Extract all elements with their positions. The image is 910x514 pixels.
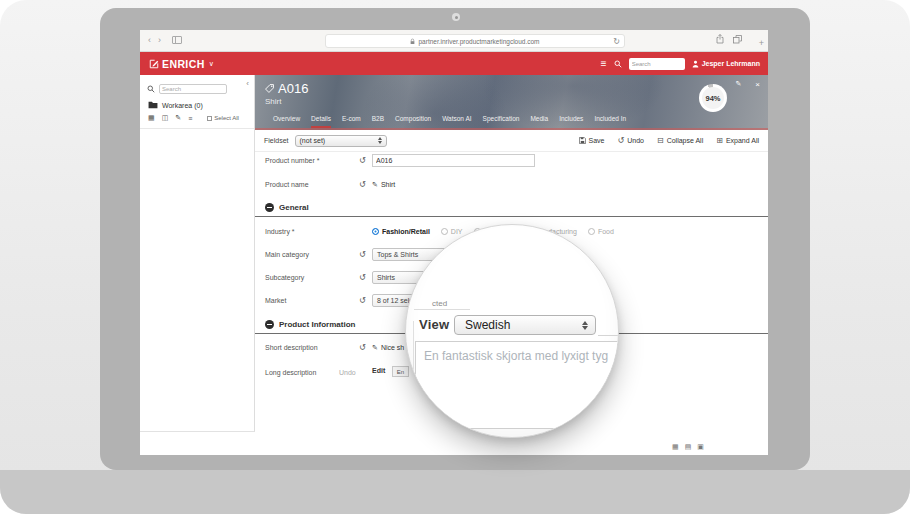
history-icon[interactable]: ↺ xyxy=(359,273,366,282)
stepper-icon xyxy=(378,137,382,144)
product-number-label: Product number * xyxy=(265,157,319,164)
editor-block-icon[interactable]: ▣ xyxy=(697,443,704,451)
history-icon[interactable]: ↺ xyxy=(359,180,366,189)
undo-button[interactable]: ↺ Undo xyxy=(617,136,643,145)
pencil-icon[interactable]: ✎ xyxy=(372,181,378,189)
save-button[interactable]: Save xyxy=(579,137,605,144)
tag-icon xyxy=(265,84,274,93)
radio-fashion-retail[interactable]: Fashion/Retail xyxy=(372,228,430,235)
short-description-label: Short description xyxy=(265,344,318,351)
banner-close-icon[interactable]: × xyxy=(755,80,760,89)
sidebar-search-input[interactable] xyxy=(159,84,227,94)
product-name-value: Shirt xyxy=(381,181,395,188)
refresh-icon[interactable]: ↻ xyxy=(613,37,620,46)
collapse-section-icon[interactable] xyxy=(265,203,274,212)
user-menu[interactable]: Jesper Lehrmann xyxy=(692,60,760,68)
tab-overview[interactable]: Overview xyxy=(273,115,300,128)
radio-icon xyxy=(441,228,448,235)
fieldset-select[interactable]: (not set) xyxy=(295,135,387,147)
tab-media[interactable]: Media xyxy=(530,115,548,128)
section-product-information-title: Product Information xyxy=(279,320,355,329)
browser-forward-button[interactable]: › xyxy=(158,35,161,45)
menu-icon[interactable]: ≡ xyxy=(601,58,607,69)
webcam-dot xyxy=(452,13,460,21)
new-tab-icon[interactable]: + xyxy=(759,38,764,48)
expand-all-button[interactable]: ⊞ Expand All xyxy=(716,136,759,145)
radio-diy[interactable]: DIY xyxy=(441,228,463,235)
tab-ecom[interactable]: E-com xyxy=(342,115,361,128)
language-value: Swedish xyxy=(465,318,510,332)
global-search-input[interactable] xyxy=(629,58,685,70)
radio-food[interactable]: Food xyxy=(588,228,614,235)
product-name-row: Product name ↺ ✎ Shirt xyxy=(255,178,768,192)
tab-b2b[interactable]: B2B xyxy=(372,115,384,128)
sidebar-divider xyxy=(140,128,254,129)
tabs-overview-icon[interactable] xyxy=(733,35,742,44)
collapse-section-icon[interactable] xyxy=(265,320,274,329)
address-bar[interactable]: partner.inriver.productmarketingcloud.co… xyxy=(325,34,625,48)
save-icon xyxy=(579,137,586,144)
tab-includes[interactable]: Includes xyxy=(559,115,583,128)
editor-toolbar: ▦ ▤ ▣ xyxy=(672,443,704,451)
pencil-icon[interactable]: ✎ xyxy=(372,344,378,352)
long-description-label: Long description xyxy=(265,369,316,376)
list-view-icon[interactable]: ≡ xyxy=(188,115,192,122)
tab-included-in[interactable]: Included In xyxy=(594,115,626,128)
section-general[interactable]: General xyxy=(255,201,768,217)
magnifier-lens: cted View Swedish En fantastisk skjorta … xyxy=(405,224,619,438)
user-name: Jesper Lehrmann xyxy=(702,60,760,67)
view-label: View xyxy=(419,317,449,332)
long-description-language-tab[interactable]: En xyxy=(392,366,409,377)
history-icon[interactable]: ↺ xyxy=(359,296,366,305)
product-number-input[interactable] xyxy=(372,154,535,167)
section-general-title: General xyxy=(279,203,309,212)
tab-composition[interactable]: Composition xyxy=(395,115,431,128)
magnified-divider xyxy=(414,309,470,310)
expand-all-icon: ⊞ xyxy=(716,136,723,145)
completeness-value: 94% xyxy=(705,94,720,103)
tab-watson-ai[interactable]: Watson AI xyxy=(442,115,471,128)
banner-edit-icon[interactable]: ✎ xyxy=(735,80,741,88)
share-icon[interactable] xyxy=(716,34,724,44)
marketing-scene: ‹ › partner.inriver.productmarketingclou… xyxy=(0,0,910,514)
long-description-edit-tab[interactable]: Edit xyxy=(372,367,385,374)
checkbox-icon xyxy=(207,116,212,121)
industry-label: Industry * xyxy=(265,228,295,235)
swedish-placeholder-text: En fantastisk skjorta med lyxigt tyg xyxy=(424,349,608,363)
workarea-label: Workarea (0) xyxy=(162,102,203,109)
user-icon xyxy=(692,60,699,68)
sidebar-toggle-icon[interactable] xyxy=(172,36,182,44)
search-icon[interactable] xyxy=(614,60,622,68)
lock-icon xyxy=(410,38,415,45)
tab-details[interactable]: Details xyxy=(311,115,331,128)
browser-back-button[interactable]: ‹ xyxy=(148,35,151,45)
short-description-value: Nice sh xyxy=(381,344,404,351)
grid-view-icon[interactable]: ▦ xyxy=(148,114,155,122)
collapse-all-icon: ⊟ xyxy=(657,136,664,145)
magnified-fragment: cted xyxy=(432,299,447,308)
main-category-label: Main category xyxy=(265,251,309,258)
language-select[interactable]: Swedish xyxy=(454,315,596,335)
collapse-all-button[interactable]: ⊟ Collapse All xyxy=(657,136,703,145)
completeness-ring: 94% xyxy=(699,84,727,112)
product-name-label: Product name xyxy=(265,181,309,188)
chevron-down-icon: ∨ xyxy=(209,60,214,68)
card-view-icon[interactable]: ◫ xyxy=(162,114,169,122)
editor-rows-icon[interactable]: ▤ xyxy=(685,443,692,451)
undo-icon: ↺ xyxy=(617,136,624,145)
long-description-undo[interactable]: Undo xyxy=(339,369,356,376)
sidebar-collapse-icon[interactable]: ‹ xyxy=(246,79,249,88)
edit-icon[interactable]: ✎ xyxy=(175,114,181,122)
url-text: partner.inriver.productmarketingcloud.co… xyxy=(418,38,539,45)
enrich-logo[interactable]: ENRICH ∨ xyxy=(149,58,214,70)
history-icon[interactable]: ↺ xyxy=(359,343,366,352)
folder-icon xyxy=(148,101,158,109)
editor-table-icon[interactable]: ▦ xyxy=(672,443,679,451)
history-icon[interactable]: ↺ xyxy=(359,156,366,165)
select-all-checkbox[interactable]: Select All xyxy=(207,115,239,121)
market-label: Market xyxy=(265,297,286,304)
workarea-item[interactable]: Workarea (0) xyxy=(148,101,203,109)
tab-specification[interactable]: Specification xyxy=(483,115,520,128)
history-icon[interactable]: ↺ xyxy=(359,250,366,259)
magnified-divider xyxy=(598,335,619,336)
